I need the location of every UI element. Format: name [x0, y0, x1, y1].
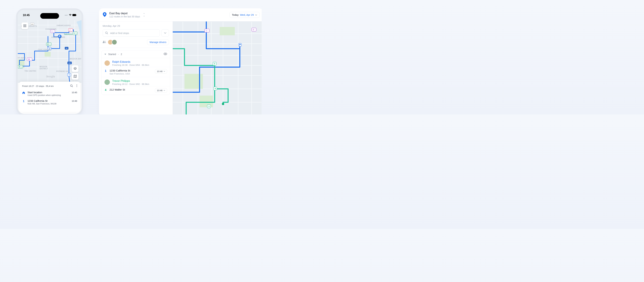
map-pin-3[interactable]: 3: [207, 105, 211, 108]
desktop-window: East Bay depot 112 routes in the last 30…: [99, 8, 262, 115]
map-pin-15[interactable]: 15 ⬚: [18, 65, 23, 68]
svg-text:MISSION BAY: MISSION BAY: [70, 58, 82, 60]
stop-eta: 10:48: [72, 99, 77, 102]
date-value: Wed, Apr 29: [240, 13, 254, 16]
svg-rect-0: [72, 14, 76, 16]
visibility-toggle[interactable]: [164, 53, 167, 56]
start-time: 10:45: [72, 91, 77, 94]
driver-meta: Finishing 16:38 · Done 0/64 · 68.6km: [112, 64, 149, 66]
people-icon: [103, 41, 106, 44]
search-button[interactable]: [70, 84, 73, 88]
map-pin-1[interactable]: 1 ↑: [50, 30, 55, 33]
map-layers-button[interactable]: [72, 65, 78, 72]
map-pin-23[interactable]: 23 ⬚: [46, 43, 51, 46]
map-pin-4[interactable]: 4: [214, 87, 217, 90]
hamburger-icon: [23, 25, 26, 27]
phone-map[interactable]: 1 ↑ 2 ↑ 3 ⬚ 13 23 ⬚ 14 ↑: [18, 10, 82, 83]
stop-row-ralph[interactable]: 1 1233 California St San Francisco, USA …: [102, 67, 170, 77]
driver-meta: Finishing 18:12 · Done 3/82 · 98.9km: [112, 83, 149, 85]
svg-point-62: [165, 53, 166, 54]
svg-text:1 ↑: 1 ↑: [206, 30, 208, 32]
map-pin-1[interactable]: 1 ↑: [204, 29, 209, 32]
stop-row-trevor[interactable]: 4 212 Waller St 10:46: [102, 86, 170, 95]
menu-button[interactable]: [22, 22, 28, 29]
collapse-toggle[interactable]: [104, 53, 106, 56]
stop-address: 212 Waller St: [110, 88, 125, 91]
svg-text:DISTRICT: DISTRICT: [40, 68, 48, 70]
map-pin-3[interactable]: 3 ⬚: [73, 32, 77, 35]
stop-time-chip[interactable]: 10:46: [155, 88, 167, 93]
map-pin-5[interactable]: 5: [213, 62, 216, 65]
stop-time-chip[interactable]: 10:48: [155, 69, 167, 74]
depot-name: East Bay depot: [109, 12, 140, 15]
search-icon: [105, 31, 108, 34]
flag-icon: [238, 43, 242, 46]
svg-text:3 ⬚: 3 ⬚: [74, 32, 76, 34]
search-field[interactable]: [103, 29, 160, 37]
driver-avatars[interactable]: [108, 39, 117, 45]
stop-row-1[interactable]: 1 1233 California St Nob Hill, San Franc…: [22, 99, 77, 105]
highway-101-icon: 101: [30, 23, 34, 26]
more-button[interactable]: [76, 84, 77, 88]
card-count: 2: [121, 53, 122, 56]
avatar: [104, 60, 110, 66]
date-picker[interactable]: Today Wed, Apr 29: [230, 12, 260, 18]
phone-clock: 10:45: [23, 14, 30, 17]
eye-icon: [164, 53, 167, 55]
chevron-down-icon: [164, 32, 166, 34]
map-pin-14[interactable]: 14 ↑: [27, 58, 32, 61]
google-attribution: Google: [46, 75, 55, 78]
stop-number: 1: [104, 69, 107, 72]
depot-subtitle: 112 routes in the last 30 days: [109, 15, 140, 18]
map-style-button[interactable]: [72, 73, 78, 80]
svg-point-61: [104, 41, 106, 42]
svg-rect-1: [76, 15, 76, 15]
sidebar-date: Monday, Apr 29: [103, 24, 169, 27]
driver-row-ralph[interactable]: Ralph Edwards Finishing 16:38 · Done 0/6…: [102, 58, 170, 67]
svg-text:EMBARCADERO: EMBARCADERO: [57, 25, 71, 26]
svg-rect-16: [44, 52, 51, 57]
driver-name: Trevor Philipps: [112, 80, 149, 83]
svg-text:HT-ASHB: HT-ASHB: [18, 57, 26, 59]
svg-text:CHINATOWN: CHINATOWN: [46, 28, 56, 30]
date-label: Today: [232, 13, 239, 16]
driver-row-trevor[interactable]: Trevor Philipps Finishing 18:12 · Done 3…: [102, 77, 170, 86]
svg-text:2 ↑: 2 ↑: [253, 29, 255, 31]
home-icon: [22, 91, 25, 95]
stop-address: 1233 California St: [110, 69, 130, 72]
map-icon: [74, 75, 77, 78]
stop-city: San Francisco, USA: [110, 72, 130, 75]
chevron-down-icon: ⌃: [143, 15, 145, 16]
start-location-row[interactable]: Start location Used GPS position when op…: [22, 91, 77, 96]
svg-text:3: 3: [208, 105, 210, 107]
svg-text:4: 4: [68, 74, 70, 76]
phone-status-bar: 10:45 •••: [18, 14, 82, 17]
map-pin-2[interactable]: 2 ↑: [68, 28, 73, 31]
start-subtitle: Used GPS position when optimizing: [28, 94, 61, 96]
svg-text:2 ↑: 2 ↑: [70, 29, 72, 31]
wifi-icon: [69, 14, 72, 17]
chevron-down-icon: [255, 13, 257, 16]
expand-button[interactable]: [162, 29, 169, 37]
svg-point-54: [76, 84, 77, 85]
depot-pin-icon: [103, 12, 109, 17]
driver-name: Ralph Edwards: [112, 60, 149, 63]
svg-point-60: [103, 41, 104, 42]
start-title: Start location: [28, 91, 61, 94]
svg-text:15 ⬚: 15 ⬚: [18, 66, 22, 68]
cellular-icon: •••: [65, 14, 68, 16]
manage-drivers-button[interactable]: Manage drivers: [147, 39, 169, 45]
search-input[interactable]: [110, 32, 157, 34]
phone-device: 10:45 •••: [16, 8, 83, 115]
svg-text:280: 280: [68, 62, 71, 64]
desktop-map[interactable]: 1 ↑ 2 ↑ 5 4 3: [173, 21, 262, 115]
map-pin-4[interactable]: 4: [68, 73, 71, 76]
svg-line-53: [72, 86, 73, 87]
map-pin-2[interactable]: 2 ↑: [252, 28, 256, 31]
svg-text:THE CASTRO: THE CASTRO: [24, 70, 36, 72]
svg-text:14 ↑: 14 ↑: [28, 58, 31, 60]
caret-down-icon: [104, 54, 106, 55]
svg-rect-78: [200, 96, 213, 107]
card-status: Started: [108, 53, 116, 56]
depot-switcher[interactable]: ⌃ ⌃: [143, 13, 145, 16]
